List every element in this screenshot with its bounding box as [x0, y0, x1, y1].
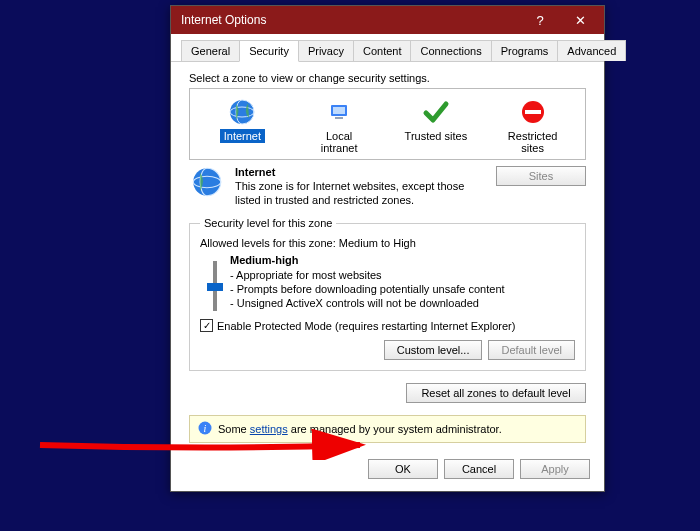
level-description: Medium-high - Appropriate for most websi…: [230, 253, 575, 311]
protected-mode-label: Enable Protected Mode (requires restarti…: [217, 320, 515, 332]
check-icon: [422, 97, 450, 127]
globe-icon: [228, 97, 256, 127]
svg-text:i: i: [204, 423, 207, 434]
default-level-button[interactable]: Default level: [488, 340, 575, 360]
settings-link[interactable]: settings: [250, 423, 288, 435]
svg-rect-4: [335, 117, 343, 119]
no-entry-icon: [519, 97, 547, 127]
zone-label: Local intranet: [303, 129, 375, 155]
protected-mode-row[interactable]: ✓ Enable Protected Mode (requires restar…: [200, 319, 575, 332]
security-slider[interactable]: [200, 253, 230, 311]
zone-desc-body: This zone is for Internet websites, exce…: [235, 180, 464, 206]
tab-general[interactable]: General: [181, 40, 240, 61]
allowed-levels: Allowed levels for this zone: Medium to …: [200, 237, 575, 249]
dialog-footer: OK Cancel Apply: [171, 451, 604, 491]
tab-privacy[interactable]: Privacy: [298, 40, 354, 61]
internet-options-dialog: Internet Options ? ✕ General Security Pr…: [170, 5, 605, 492]
sites-button[interactable]: Sites: [496, 166, 586, 186]
tab-content-area: Select a zone to view or change security…: [171, 62, 604, 451]
security-level-group: Security level for this zone Allowed lev…: [189, 217, 586, 371]
zone-label: Restricted sites: [497, 129, 569, 155]
zone-label: Internet: [220, 129, 265, 143]
titlebar[interactable]: Internet Options ? ✕: [171, 6, 604, 34]
help-button[interactable]: ?: [520, 6, 560, 34]
protected-mode-checkbox[interactable]: ✓: [200, 319, 213, 332]
zone-list: Internet Local intranet Trusted sites Re…: [189, 88, 586, 160]
tab-connections[interactable]: Connections: [410, 40, 491, 61]
info-icon: i: [198, 421, 212, 437]
cancel-button[interactable]: Cancel: [444, 459, 514, 479]
apply-button[interactable]: Apply: [520, 459, 590, 479]
zone-description: Internet This zone is for Internet websi…: [189, 166, 586, 207]
tab-advanced[interactable]: Advanced: [557, 40, 626, 61]
dialog-title: Internet Options: [181, 13, 520, 27]
tab-programs[interactable]: Programs: [491, 40, 559, 61]
security-level-legend: Security level for this zone: [200, 217, 336, 229]
svg-rect-6: [525, 110, 541, 114]
zone-desc-title: Internet: [235, 166, 275, 178]
tab-security[interactable]: Security: [239, 40, 299, 62]
tab-strip: General Security Privacy Content Connect…: [171, 34, 604, 62]
globe-icon: [189, 166, 225, 207]
zone-internet[interactable]: Internet: [206, 97, 278, 155]
close-button[interactable]: ✕: [560, 6, 600, 34]
zone-trusted-sites[interactable]: Trusted sites: [400, 97, 472, 155]
zone-restricted-sites[interactable]: Restricted sites: [497, 97, 569, 155]
admin-info-bar: i Some settings are managed by your syst…: [189, 415, 586, 443]
custom-level-button[interactable]: Custom level...: [384, 340, 483, 360]
tab-content[interactable]: Content: [353, 40, 412, 61]
zone-prompt: Select a zone to view or change security…: [189, 72, 586, 84]
reset-zones-button[interactable]: Reset all zones to default level: [406, 383, 586, 403]
level-name: Medium-high: [230, 254, 298, 266]
computer-icon: [325, 97, 353, 127]
zone-local-intranet[interactable]: Local intranet: [303, 97, 375, 155]
svg-rect-3: [333, 107, 345, 114]
ok-button[interactable]: OK: [368, 459, 438, 479]
zone-label: Trusted sites: [401, 129, 472, 143]
